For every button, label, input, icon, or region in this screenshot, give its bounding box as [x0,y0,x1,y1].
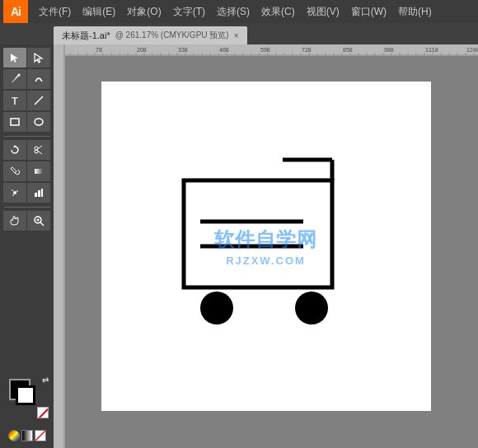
svg-rect-16 [41,189,43,197]
svg-text:468: 468 [219,47,229,53]
menu-window[interactable]: 窗口(W) [345,2,392,22]
stroke-color-box[interactable] [16,385,35,405]
menu-select[interactable]: 选择(S) [211,2,255,22]
svg-line-8 [38,151,43,154]
menu-object[interactable]: 对象(O) [121,2,166,22]
menu-bar: Ai 文件(F) 编辑(E) 对象(O) 文字(T) 选择(S) 效果(C) 视… [0,0,478,23]
ai-logo: Ai [3,0,28,23]
svg-text:78: 78 [96,47,102,53]
svg-point-5 [35,150,38,153]
svg-line-1 [35,96,43,105]
document-tab[interactable]: 未标题-1.ai* @ 261.17% (CMYK/GPU 预览) × [54,26,247,44]
tool-row-rotate [3,140,50,160]
svg-point-12 [16,190,18,192]
ellipse-tool[interactable] [27,112,50,132]
tool-row-type: T [3,91,50,110]
toolbar-separator-2 [4,207,50,208]
tool-row-shape [3,112,50,132]
zoom-tool[interactable] [27,211,50,231]
ruler-vertical [54,44,65,448]
svg-text:728: 728 [302,47,312,53]
rectangle-tool[interactable] [3,112,26,132]
svg-point-6 [35,147,38,150]
svg-line-18 [40,222,44,226]
menu-view[interactable]: 视图(V) [301,2,345,22]
tool-row-selection [3,48,50,68]
artboard: 软件自学网 RJZXW.COM [101,82,431,411]
menu-effect[interactable]: 效果(C) [255,2,301,22]
svg-point-93 [295,292,328,324]
tab-info: @ 261.17% (CMYK/GPU 预览) [115,30,229,41]
svg-point-11 [12,189,13,191]
svg-point-13 [12,194,14,196]
curvature-tool[interactable] [27,69,50,89]
svg-rect-2 [11,119,19,125]
svg-text:208: 208 [137,47,147,53]
swap-colors-icon[interactable]: ⇄ [42,376,49,385]
tab-bar: 未标题-1.ai* @ 261.17% (CMYK/GPU 预览) × [0,23,478,44]
svg-text:1248: 1248 [466,47,478,53]
chart-tool[interactable] [27,183,50,203]
tool-row-paint [3,161,50,181]
svg-text:1118: 1118 [425,47,438,53]
rotate-tool[interactable] [3,140,26,160]
svg-rect-15 [38,190,40,197]
scissors-tool[interactable] [27,140,50,160]
toolbar: T [0,44,54,448]
tab-title: 未标题-1.ai* [62,30,110,42]
gradient-tool[interactable] [27,161,50,181]
symbol-tool[interactable] [3,183,26,203]
no-color-icon[interactable] [35,430,46,441]
tab-close-button[interactable]: × [234,31,239,40]
svg-text:988: 988 [384,47,394,53]
svg-rect-14 [35,193,37,197]
menu-file[interactable]: 文件(F) [33,2,77,22]
pen-tool[interactable] [3,69,26,89]
direct-selection-tool[interactable] [27,48,50,68]
tool-row-chart [3,183,50,203]
svg-point-10 [13,191,16,194]
svg-rect-9 [35,169,43,174]
none-color-indicator[interactable] [37,407,49,418]
svg-text:338: 338 [178,47,188,53]
color-icon[interactable] [8,430,20,441]
color-boxes: ⇄ [9,379,45,415]
canvas-area: // Inline tick marks would require JS 78… [54,44,478,448]
svg-line-21 [38,408,49,418]
type-tool[interactable]: T [3,91,26,110]
menu-edit[interactable]: 编辑(E) [77,2,121,22]
toolbar-separator-1 [4,136,50,137]
svg-rect-87 [184,180,332,287]
color-area: ⇄ [8,379,46,441]
main-area: T [0,44,478,448]
svg-point-92 [200,292,233,324]
gradient-color-icon[interactable] [21,430,33,441]
menu-help[interactable]: 帮助(H) [392,2,438,22]
paintbucket-tool[interactable] [3,161,26,181]
line-tool[interactable] [27,91,50,110]
svg-text:598: 598 [260,47,270,53]
color-mode-icons [8,430,46,441]
tool-row-pen [3,69,50,89]
hand-tool[interactable] [3,211,26,231]
svg-rect-85 [54,44,65,448]
svg-text:858: 858 [343,47,353,53]
ruler-horizontal: // Inline tick marks would require JS 78… [54,44,478,56]
svg-point-0 [18,74,21,77]
svg-line-7 [38,146,43,149]
svg-line-22 [35,431,45,441]
selection-tool[interactable] [3,48,26,68]
svg-point-3 [35,119,43,125]
menu-text[interactable]: 文字(T) [167,2,211,22]
shopping-cart-graphic [167,156,365,337]
tool-row-hand [3,211,50,231]
